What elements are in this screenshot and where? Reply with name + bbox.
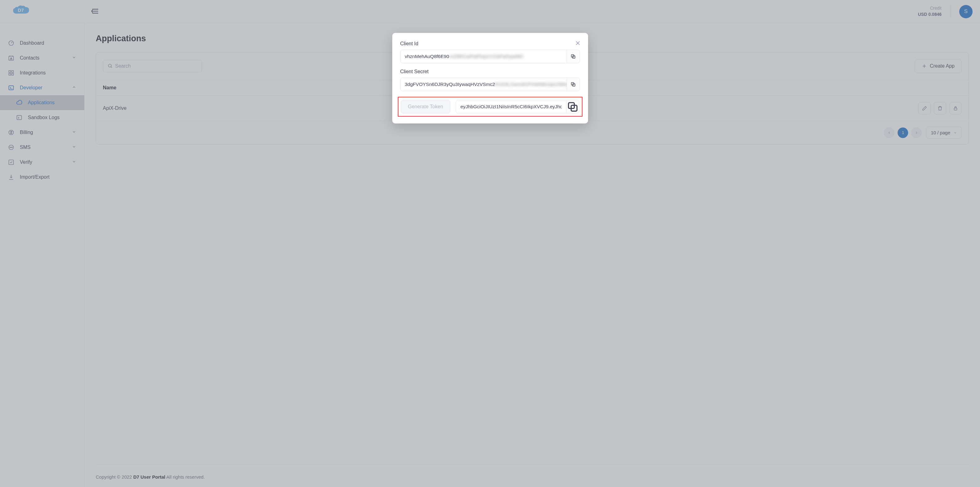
- close-icon: [574, 40, 581, 46]
- credentials-modal: Client Id vhznMehAuQ8f6E90mZ9RCwPaPhqnrV…: [392, 33, 588, 123]
- client-secret-label: Client Secret: [400, 69, 580, 75]
- copy-token-button[interactable]: [566, 100, 579, 113]
- client-id-obscured: mZ9RCwPaPhqnrV2APaPpa99C: [449, 54, 524, 59]
- client-secret-obscured: R1K9LZwmdVPH40M0JqXZ9thcO: [495, 81, 567, 87]
- client-id-label: Client Id: [400, 41, 580, 46]
- modal-close-button[interactable]: [574, 40, 581, 46]
- client-id-field: vhznMehAuQ8f6E90mZ9RCwPaPhqnrV2APaPpa99C: [400, 49, 580, 63]
- token-section-highlighted: Generate Token: [398, 97, 582, 117]
- copy-icon: [570, 54, 576, 59]
- generate-token-label: Generate Token: [408, 104, 443, 109]
- copy-client-secret-button[interactable]: [567, 78, 580, 91]
- client-secret-field: 3dgFVOYSn6DJR3yQu3IywaqHVzVSmc2R1K9LZwmd…: [400, 78, 580, 91]
- modal-overlay[interactable]: Client Id vhznMehAuQ8f6E90mZ9RCwPaPhqnrV…: [0, 0, 980, 487]
- copy-icon: [566, 101, 579, 113]
- token-field: [456, 100, 579, 113]
- token-input[interactable]: [456, 100, 566, 113]
- client-id-value: vhznMehAuQ8f6E90: [405, 54, 449, 59]
- copy-icon: [570, 81, 576, 87]
- generate-token-button[interactable]: Generate Token: [401, 100, 450, 113]
- copy-client-id-button[interactable]: [567, 50, 580, 63]
- client-secret-value: 3dgFVOYSn6DJR3yQu3IywaqHVzVSmc2: [405, 81, 495, 87]
